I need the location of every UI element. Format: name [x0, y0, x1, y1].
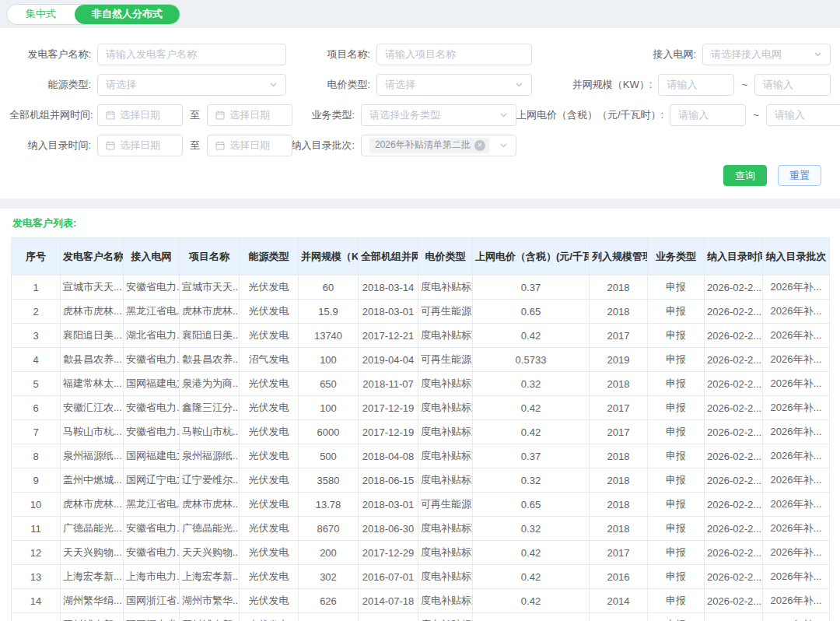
price-max-input[interactable]: [766, 104, 840, 126]
table-cell: 2014: [590, 589, 648, 613]
table-cell: 0.42: [473, 541, 590, 565]
tab-centralized[interactable]: 集中式: [7, 5, 75, 24]
table-row: 11广德晶能光...安徽省电力...广德晶能光...光伏发电86702018-0…: [12, 517, 830, 541]
table-cell: 2018: [590, 372, 648, 396]
table-title: 发电客户列表:: [12, 216, 829, 230]
table-cell: 广德晶能光...: [180, 517, 240, 541]
table-cell: 申报: [648, 468, 705, 493]
table-cell: 2026-02-2...: [705, 275, 763, 300]
table-cell: 2017-12-21: [359, 324, 418, 348]
table-cell: 2016: [590, 565, 648, 589]
table-cell: 安徽省电力...: [124, 396, 180, 420]
table-cell: 安徽省电力...: [124, 348, 180, 372]
table-cell: 宣城市天天...: [61, 275, 124, 300]
catalog-start-date[interactable]: 选择日期: [97, 135, 183, 156]
table-cell: 15: [12, 613, 61, 621]
business-type-select[interactable]: 请选择业务类型: [361, 104, 516, 126]
table-row: 14湖州繁华绢...国网浙江省...湖州市繁华...光伏发电6262014-07…: [12, 589, 830, 613]
table-cell: 鑫隆三江分...: [180, 396, 240, 420]
grid-scale-max-input[interactable]: [754, 74, 831, 96]
table-cell: 2026年补...: [763, 324, 830, 348]
table-cell: 湖北省电力...: [124, 324, 180, 348]
table-cell: 襄阳追日美...: [180, 324, 240, 348]
table-cell: 沼气发电: [240, 348, 299, 372]
project-name-label: 项目名称:: [292, 47, 370, 61]
customer-table: 序号发电客户名称接入电网项目名称能源类型并网规模（KW）全部机组并网时间电价类型…: [11, 237, 830, 621]
query-button[interactable]: 查询: [723, 165, 767, 186]
energy-type-select[interactable]: 请选择: [97, 74, 286, 96]
table-row: 9盖州中燃城...国网辽宁电力辽宁爱维尔...光伏发电35802018-06-1…: [12, 468, 830, 493]
table-row: 6安徽汇江农...安徽省电力...鑫隆三江分...光伏发电1002017-12-…: [12, 396, 830, 420]
table-cell: 申报: [648, 444, 705, 468]
energy-type-label: 能源类型:: [9, 78, 91, 92]
filter-project-name: 项目名称:: [286, 44, 532, 65]
table-cell: 2017-12-29: [359, 541, 418, 565]
table-cell: 0.32: [473, 468, 590, 493]
table-cell: 5: [12, 372, 61, 396]
table-cell: 2019-04-04: [359, 348, 418, 372]
table-cell: 泉州福源纸...: [61, 444, 124, 468]
grid-scale-min-input[interactable]: [658, 74, 734, 96]
table-cell: 0.42: [473, 420, 590, 444]
table-cell: 14: [12, 589, 61, 613]
column-header: 电价类型: [418, 238, 473, 275]
catalog-end-date[interactable]: 选择日期: [207, 135, 292, 156]
all-units-start-date[interactable]: 选择日期: [97, 104, 183, 126]
table-cell: 2026年补...: [763, 300, 830, 324]
table-cell: 光伏发电: [240, 517, 299, 541]
table-cell: 上海宏孝新...: [180, 565, 240, 589]
table-cell: 国网河南省...: [124, 613, 180, 621]
customer-name-input[interactable]: [97, 44, 286, 65]
table-cell: 度电补贴标准: [418, 541, 473, 565]
panel-divider: [0, 198, 840, 209]
grid-label: 接入电网:: [653, 47, 696, 61]
tag-close-icon[interactable]: ×: [474, 140, 485, 151]
table-cell: 2018: [590, 300, 648, 324]
filter-row-2: 能源类型: 请选择 电价类型: 请选择 并网规模（KW）: ~: [9, 69, 831, 100]
price-min-input[interactable]: [670, 104, 746, 126]
table-cell: 2018-04-08: [359, 444, 418, 468]
table-cell: 302: [299, 565, 359, 589]
all-units-end-date[interactable]: 选择日期: [207, 104, 292, 126]
reset-button[interactable]: 重置: [778, 165, 821, 186]
table-cell: 2019: [590, 348, 648, 372]
table-row: 12天天兴购物...安徽省电力...天天兴购物...光伏发电2002017-12…: [12, 541, 830, 565]
column-header: 并网规模（KW）: [299, 238, 359, 275]
filter-all-units-time: 全部机组并网时间: 选择日期 至 选择日期: [9, 104, 292, 126]
table-cell: 开封浦水新...: [61, 613, 124, 621]
table-cell: 2026-02-2...: [705, 348, 763, 372]
column-header: 纳入目录批次: [763, 238, 830, 275]
table-cell: 2018: [590, 517, 648, 541]
calendar-icon: [215, 111, 225, 120]
table-cell: 光伏发电: [240, 324, 299, 348]
table-cell: 度电补贴标准: [418, 275, 473, 300]
table-row: 15开封浦水新...国网河南省...开封浦水新...光伏发电16002017-1…: [12, 613, 830, 621]
table-cell: 2026-02-2...: [705, 468, 763, 493]
chevron-down-icon: [499, 111, 508, 119]
table-row: 1宣城市天天...安徽省电力...宣城市天天...光伏发电602018-03-1…: [12, 275, 830, 300]
table-cell: 2026-02-2...: [705, 420, 763, 444]
project-name-input[interactable]: [376, 44, 532, 65]
table-cell: 辽宁爱维尔...: [180, 468, 240, 493]
date-placeholder: 选择日期: [120, 108, 174, 122]
table-cell: 2018: [590, 275, 648, 300]
table-cell: 2018-03-14: [359, 275, 418, 300]
table-cell: 1: [12, 275, 61, 300]
table-cell: 可再生能源...: [418, 493, 473, 517]
calendar-icon: [215, 141, 225, 150]
table-cell: 0.32: [473, 517, 590, 541]
price-type-select[interactable]: 请选择: [376, 74, 532, 96]
table-cell: 光伏发电: [240, 275, 299, 300]
customer-name-label: 发电客户名称:: [9, 47, 91, 61]
table-cell: 100: [299, 348, 359, 372]
tab-distributed[interactable]: 非自然人分布式: [75, 5, 180, 24]
table-cell: 可再生能源...: [418, 300, 473, 324]
filter-row-4: 纳入目录时间: 选择日期 至 选择日期 纳入目录批次: 2026年补贴清单第二批…: [9, 130, 831, 160]
table-cell: 2026-02-2...: [705, 396, 763, 420]
table-cell: 2: [12, 300, 61, 324]
table-cell: 2026-02-2...: [705, 444, 763, 468]
table-cell: 2018-11-07: [359, 372, 418, 396]
catalog-batch-select[interactable]: 2026年补贴清单第二批 ×: [361, 135, 516, 156]
grid-select[interactable]: 请选择接入电网: [702, 44, 831, 65]
table-cell: 申报: [648, 493, 705, 517]
